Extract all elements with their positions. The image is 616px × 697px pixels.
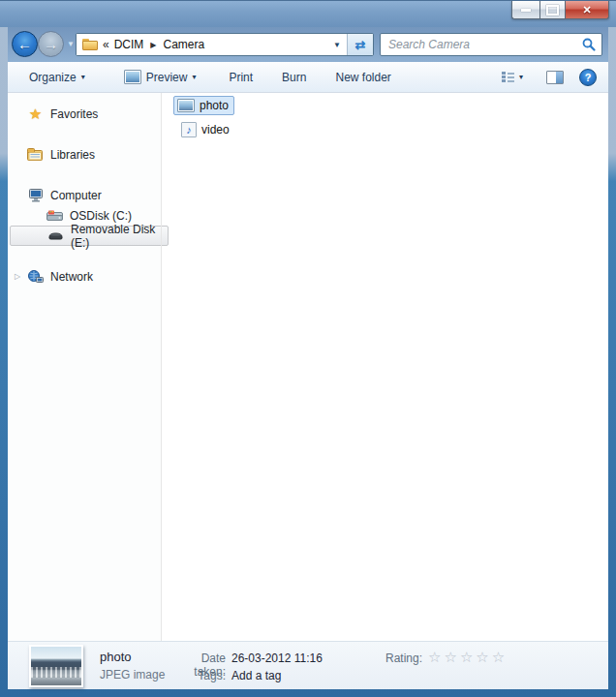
organize-button[interactable]: Organize ▾ xyxy=(21,67,93,88)
video-file-icon: ♪ xyxy=(181,122,197,137)
sidebar-item-label: Libraries xyxy=(50,148,95,162)
tags-add-link[interactable]: Add a tag xyxy=(231,669,281,682)
search-icon[interactable] xyxy=(582,38,596,51)
print-button[interactable]: Print xyxy=(221,67,261,88)
details-file-type: JPEG image xyxy=(100,668,165,682)
rating-star-icon[interactable]: ☆ xyxy=(460,649,476,665)
harbor-photo-thumbnail xyxy=(31,647,81,685)
forward-arrow-icon: → xyxy=(44,36,58,52)
sidebar-item-label: Computer xyxy=(50,189,102,202)
details-file-name: photo xyxy=(100,650,132,664)
explorer-window: { "icons": { "back": "←", "forward": "→"… xyxy=(0,0,616,697)
sidebar-item-network[interactable]: ▷ Network xyxy=(10,266,169,287)
computer-icon xyxy=(27,188,44,202)
date-taken-value: 26-03-2012 11:16 xyxy=(231,652,323,665)
main-area: ★ Favorites Libraries xyxy=(8,93,608,641)
rating-star-icon[interactable]: ☆ xyxy=(444,649,459,665)
photo-file-icon xyxy=(177,99,195,112)
rating-star-icon[interactable]: ☆ xyxy=(476,649,491,665)
hard-drive-icon xyxy=(46,208,63,223)
navigation-bar: ← → ▼ « DCIM ▶ Camera ▼ ⇄ xyxy=(8,27,608,62)
navigation-pane: ★ Favorites Libraries xyxy=(8,93,161,641)
sidebar-item-computer[interactable]: Computer xyxy=(10,185,169,205)
sidebar-item-favorites[interactable]: ★ Favorites xyxy=(10,104,169,124)
search-box xyxy=(380,33,602,56)
refresh-button[interactable]: ⇄ xyxy=(347,34,373,55)
breadcrumb-item-camera[interactable]: Camera xyxy=(164,38,205,51)
tags-label: Tags: xyxy=(168,669,226,682)
burn-label: Burn xyxy=(282,71,306,84)
details-pane: photo JPEG image Date taken: 26-03-2012 … xyxy=(8,641,608,689)
maximize-icon xyxy=(546,5,559,15)
help-icon: ? xyxy=(585,72,592,83)
caption-buttons: ✕ xyxy=(511,1,609,19)
sidebar-item-label: Network xyxy=(50,270,93,284)
file-thumbnail[interactable] xyxy=(29,645,83,687)
libraries-icon xyxy=(27,147,44,162)
pane-divider[interactable] xyxy=(161,93,162,641)
picture-icon xyxy=(124,70,141,84)
chevron-down-icon: ▾ xyxy=(81,73,85,81)
network-icon xyxy=(27,269,44,284)
organize-label: Organize xyxy=(29,71,77,84)
minimize-icon xyxy=(521,9,531,12)
sidebar-item-label: Favorites xyxy=(50,107,98,121)
command-toolbar: Organize ▾ Preview ▾ Print Burn New fold… xyxy=(8,62,608,93)
folder-icon xyxy=(82,39,98,50)
new-folder-button[interactable]: New folder xyxy=(327,67,398,88)
rating-stars: ☆☆☆☆☆ xyxy=(428,649,508,666)
new-folder-label: New folder xyxy=(335,71,390,84)
rating-label: Rating: xyxy=(385,652,422,665)
breadcrumb: « DCIM ▶ Camera ▼ xyxy=(77,34,347,55)
address-bar[interactable]: « DCIM ▶ Camera ▼ ⇄ xyxy=(76,33,374,56)
sidebar-item-label: Removable Disk (E:) xyxy=(71,223,168,250)
preview-button[interactable]: Preview ▾ xyxy=(116,66,204,88)
maximize-button[interactable] xyxy=(539,1,566,19)
address-dropdown-button[interactable]: ▼ xyxy=(325,41,341,49)
preview-label: Preview xyxy=(146,71,188,84)
history-dropdown-button[interactable]: ▼ xyxy=(67,40,75,48)
breadcrumb-overflow-button[interactable]: « xyxy=(103,38,109,51)
removable-drive-icon xyxy=(47,228,64,243)
back-arrow-icon: ← xyxy=(17,36,32,52)
expander-triangle-icon[interactable]: ▷ xyxy=(15,272,20,281)
file-name: photo xyxy=(200,99,229,112)
change-view-button[interactable]: ▾ xyxy=(494,68,531,86)
chevron-down-icon: ▾ xyxy=(519,73,523,81)
rating-star-icon[interactable]: ☆ xyxy=(428,649,444,665)
chevron-right-icon[interactable]: ▶ xyxy=(148,41,158,49)
help-button[interactable]: ? xyxy=(579,69,597,86)
preview-pane-button[interactable] xyxy=(539,67,571,88)
sidebar-item-removable-disk[interactable]: Removable Disk (E:) xyxy=(10,226,169,246)
file-name: video xyxy=(201,123,230,136)
close-icon: ✕ xyxy=(582,4,591,16)
burn-button[interactable]: Burn xyxy=(274,67,314,88)
preview-pane-icon xyxy=(546,71,564,84)
music-note-icon: ♪ xyxy=(186,125,192,136)
title-bar[interactable]: ✕ xyxy=(0,0,616,27)
file-item-photo[interactable]: photo xyxy=(173,96,234,115)
search-input[interactable] xyxy=(386,37,582,52)
minimize-button[interactable] xyxy=(511,1,539,19)
breadcrumb-item-dcim[interactable]: DCIM xyxy=(114,38,144,51)
sidebar-item-libraries[interactable]: Libraries xyxy=(10,144,169,165)
file-item-video[interactable]: ♪ video xyxy=(177,119,235,140)
refresh-icon: ⇄ xyxy=(355,38,366,52)
print-label: Print xyxy=(229,71,253,84)
views-grid-icon xyxy=(502,72,514,82)
sidebar-item-label: OSDisk (C:) xyxy=(70,209,132,223)
close-button[interactable]: ✕ xyxy=(566,1,609,19)
chevron-down-icon: ▾ xyxy=(192,73,196,81)
back-button[interactable]: ← xyxy=(12,31,38,57)
forward-button[interactable]: → xyxy=(38,31,64,57)
rating-star-icon[interactable]: ☆ xyxy=(492,649,508,665)
favorites-star-icon: ★ xyxy=(27,106,44,121)
